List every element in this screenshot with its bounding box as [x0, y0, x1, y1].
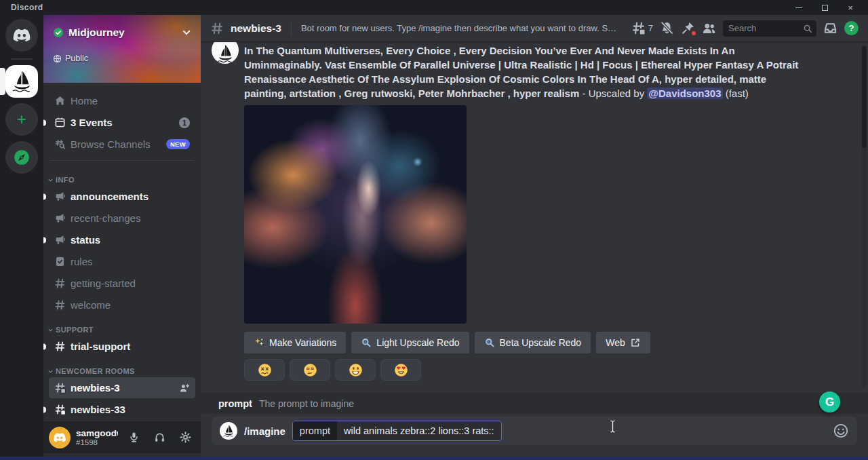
deafen-button[interactable] — [149, 427, 170, 448]
category-label: SUPPORT — [56, 326, 94, 334]
add-server-button[interactable]: + — [5, 103, 38, 136]
user-settings-button[interactable] — [175, 427, 195, 448]
hash-chat-icon — [54, 382, 66, 394]
notifications-muted-icon[interactable] — [660, 21, 674, 35]
help-button[interactable]: ? — [844, 21, 859, 35]
upscale-prefix: - Upscaled by — [579, 88, 647, 99]
window-titlebar: Discord × — [0, 0, 868, 15]
discord-home-button[interactable] — [5, 19, 38, 52]
home-icon — [54, 95, 66, 107]
make-variations-button[interactable]: Make Variations — [244, 332, 346, 353]
confounded-face-icon — [258, 363, 272, 377]
midjourney-bot-avatar-small — [220, 422, 237, 440]
sidebar-item-browse-channels[interactable]: Browse Channels NEW — [49, 134, 195, 155]
scrollbar-thumb[interactable] — [862, 46, 867, 148]
channel-getting-started[interactable]: getting-started — [49, 273, 195, 294]
reaction-grinning-face[interactable] — [335, 359, 376, 381]
close-button[interactable]: × — [845, 3, 856, 12]
rules-icon — [54, 256, 66, 267]
reaction-unamused-face[interactable] — [290, 359, 330, 381]
message-content: In The Quantum Multiverses, Every Choice… — [244, 43, 802, 100]
channel-newbies-3[interactable]: newbies-3 — [49, 377, 195, 398]
message-composer[interactable]: /imagine prompt wild animals zebra::2 li… — [212, 417, 857, 445]
channel-rules[interactable]: rules — [49, 251, 195, 272]
member-list-icon[interactable] — [702, 21, 716, 35]
message-action-buttons: Make Variations Light Upscale Redo — [244, 332, 802, 353]
sidebar-item-home[interactable]: Home — [49, 90, 195, 111]
channel-list: Home 3 Events 1 Browse Channels NEW — [43, 83, 201, 420]
channel-name: newbies-3 — [71, 382, 174, 394]
midjourney-bot-avatar[interactable] — [212, 42, 239, 64]
invite-member-icon[interactable] — [179, 383, 190, 394]
maximize-button[interactable] — [819, 3, 830, 12]
inbox-icon[interactable] — [823, 21, 837, 35]
microphone-icon — [128, 432, 140, 443]
reaction-heart-eyes-face[interactable] — [380, 359, 421, 381]
beta-upscale-redo-button[interactable]: Beta Upscale Redo — [475, 332, 591, 353]
threads-button[interactable]: 7 — [631, 21, 653, 35]
pin-alert-dot — [691, 31, 696, 36]
channel-announcements[interactable]: announcements — [49, 186, 195, 207]
web-button[interactable]: Web — [596, 332, 650, 353]
message: In The Quantum Multiverses, Every Choice… — [244, 43, 802, 381]
compass-icon — [13, 149, 31, 166]
server-banner[interactable]: Midjourney Public — [43, 15, 201, 83]
pinned-messages-button[interactable] — [681, 21, 695, 35]
user-avatar[interactable] — [49, 427, 71, 448]
sidebar-divider — [50, 160, 194, 161]
discord-window: Discord × + — [0, 0, 868, 460]
channel-topic[interactable]: Bot room for new users. Type /imagine th… — [301, 23, 625, 33]
server-visibility-label: Public — [65, 54, 88, 63]
sparkles-icon — [254, 337, 264, 348]
server-icon-midjourney[interactable] — [5, 65, 38, 98]
channel-newbies-33[interactable]: newbies-33 — [49, 399, 195, 420]
category-info[interactable]: INFO — [43, 166, 201, 185]
channel-status[interactable]: status — [49, 229, 195, 250]
search-bar[interactable] — [723, 20, 816, 37]
magnifier-icon — [361, 337, 372, 348]
minimize-button[interactable] — [793, 3, 804, 12]
plus-icon: + — [17, 111, 26, 128]
header-divider — [291, 22, 292, 35]
hash-icon — [54, 341, 66, 352]
text-cursor — [608, 419, 617, 434]
user-mention[interactable]: @Davidson303 — [647, 88, 722, 99]
channel-trial-support[interactable]: trial-support — [49, 336, 195, 357]
option-value-input[interactable]: wild animals zebra::2 lions::3 rats:: — [337, 421, 501, 440]
autocomplete-description: The prompt to imagine — [259, 398, 354, 409]
channel-name: recent-changes — [71, 212, 190, 224]
browse-channels-icon — [54, 138, 66, 150]
command-autocomplete[interactable]: prompt The prompt to imagine — [201, 393, 868, 414]
grammarly-widget[interactable]: G — [819, 391, 840, 413]
server-header[interactable]: Midjourney — [43, 15, 201, 50]
user-info[interactable]: samgoodw... #1598 — [76, 428, 118, 446]
server-name: Midjourney — [68, 26, 177, 39]
user-panel: samgoodw... #1598 — [43, 421, 201, 453]
channel-title: newbies-3 — [231, 22, 281, 35]
sidebar-item-events[interactable]: 3 Events 1 — [49, 112, 195, 133]
category-label: INFO — [56, 176, 75, 184]
explore-servers-button[interactable] — [5, 141, 38, 174]
mute-microphone-button[interactable] — [123, 427, 144, 448]
channel-sidebar: Midjourney Public Home — [43, 15, 201, 457]
category-newcomer-rooms[interactable]: NEWCOMER ROOMS — [43, 358, 201, 377]
chevron-down-icon[interactable] — [182, 28, 191, 37]
events-count-badge: 1 — [179, 117, 190, 128]
emoji-picker-button[interactable] — [833, 423, 849, 439]
reaction-confounded-face[interactable] — [244, 359, 285, 381]
category-support[interactable]: SUPPORT — [43, 316, 201, 335]
generated-image-attachment[interactable] — [244, 105, 467, 324]
main-content: newbies-3 Bot room for new users. Type /… — [201, 15, 868, 457]
button-label: Web — [606, 337, 625, 348]
midjourney-sailboat-icon — [9, 69, 34, 94]
search-input[interactable] — [728, 23, 800, 33]
username: samgoodw... — [76, 428, 118, 438]
button-label: Make Variations — [269, 337, 336, 348]
channel-hash-icon — [210, 22, 224, 35]
channel-welcome[interactable]: welcome — [49, 294, 195, 315]
light-upscale-redo-button[interactable]: Light Upscale Redo — [351, 332, 469, 353]
channel-recent-changes[interactable]: recent-changes — [49, 208, 195, 229]
maximize-icon — [822, 5, 828, 11]
search-icon — [803, 24, 812, 33]
command-option-pill[interactable]: prompt wild animals zebra::2 lions::3 ra… — [292, 421, 502, 441]
